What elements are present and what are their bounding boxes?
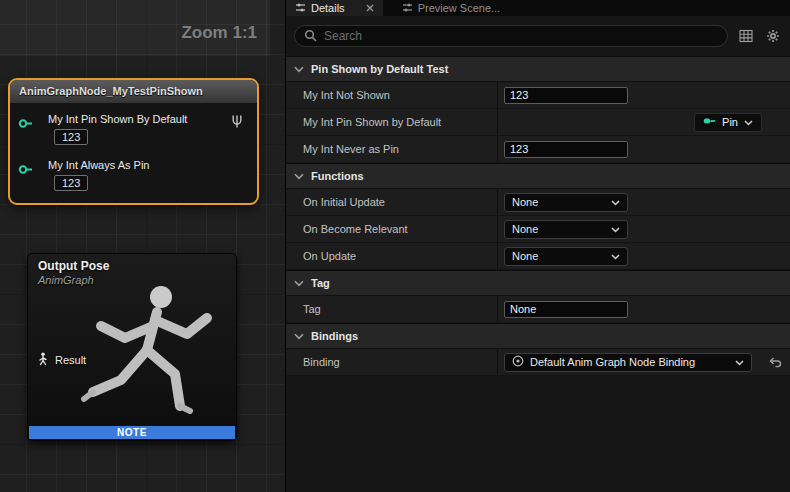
view-options-icon[interactable] [737, 27, 755, 45]
property-row: Binding Default Anim Graph Node Binding [286, 349, 790, 376]
tab-well: Details Preview Scene... [286, 0, 790, 16]
dropdown-value: None [512, 250, 606, 262]
property-row: On Initial Update None [286, 189, 790, 216]
result-pin[interactable]: Result [37, 352, 86, 368]
property-row: My Int Never as Pin [286, 136, 790, 163]
int-input[interactable] [504, 141, 628, 158]
property-row: Tag [286, 296, 790, 323]
section-title: Functions [311, 170, 364, 182]
function-dropdown[interactable]: None [504, 220, 628, 239]
property-label: Tag [286, 296, 498, 322]
property-label: My Int Not Shown [286, 82, 498, 108]
function-dropdown[interactable]: None [504, 193, 628, 212]
section-title: Bindings [311, 330, 358, 342]
chevron-down-icon [294, 277, 304, 289]
node-subtitle: AnimGraph [38, 274, 94, 286]
result-pin-label: Result [55, 354, 86, 366]
property-label: On Update [286, 243, 498, 269]
chevron-down-icon [611, 196, 620, 208]
chevron-down-icon [294, 170, 304, 182]
settings-gear-icon[interactable] [764, 27, 782, 45]
dropdown-value: None [512, 223, 606, 235]
section-bindings[interactable]: Bindings [286, 323, 790, 349]
pin-row[interactable]: My Int Always As Pin 123 [18, 159, 249, 191]
pin-value-input[interactable]: 123 [54, 175, 88, 191]
section-pin-shown-by-default-test[interactable]: Pin Shown by Default Test [286, 56, 790, 82]
person-pin-icon [37, 352, 49, 368]
search-icon [304, 29, 317, 44]
chevron-down-icon [294, 63, 304, 75]
int-pin-icon[interactable] [18, 115, 33, 133]
revert-arrow-icon[interactable] [769, 357, 782, 368]
int-pin-icon[interactable] [18, 161, 33, 179]
pushpin-icon[interactable] [231, 114, 243, 132]
property-row: My Int Not Shown [286, 82, 790, 109]
property-label: On Become Relevant [286, 216, 498, 242]
int-input[interactable] [504, 87, 628, 104]
property-label: On Initial Update [286, 189, 498, 215]
tab-preview-scene[interactable]: Preview Scene... [393, 0, 510, 16]
chevron-down-icon [294, 330, 304, 342]
pin-label: My Int Always As Pin [48, 159, 249, 171]
binding-dropdown[interactable]: Default Anim Graph Node Binding [504, 353, 752, 372]
dropdown-value: Pin [722, 116, 738, 128]
details-panel: Details Preview Scene... [285, 0, 790, 492]
details-tab-icon [295, 2, 306, 15]
chevron-down-icon [744, 116, 753, 128]
close-icon[interactable] [366, 4, 374, 12]
section-functions[interactable]: Functions [286, 163, 790, 189]
tab-label: Preview Scene... [418, 2, 501, 14]
function-dropdown[interactable]: None [504, 247, 628, 266]
search-input[interactable] [324, 29, 718, 43]
unreal-editor-window: Zoom 1:1 AnimGraphNode_MyTestPinShown My… [0, 0, 790, 492]
chevron-down-icon [735, 356, 744, 368]
property-label: Binding [286, 349, 498, 375]
section-title: Pin Shown by Default Test [311, 63, 448, 75]
animgraph-canvas[interactable]: Zoom 1:1 AnimGraphNode_MyTestPinShown My… [0, 0, 285, 492]
tab-label: Details [311, 2, 345, 14]
note-bar[interactable]: NOTE [29, 426, 235, 439]
property-row: On Become Relevant None [286, 216, 790, 243]
preview-scene-tab-icon [402, 2, 413, 15]
dropdown-value: None [512, 196, 606, 208]
node-title: Output Pose [38, 259, 109, 273]
chevron-down-icon [611, 223, 620, 235]
zoom-level-label: Zoom 1:1 [181, 23, 257, 43]
section-title: Tag [311, 277, 330, 289]
section-tag[interactable]: Tag [286, 270, 790, 296]
dropdown-value: Default Anim Graph Node Binding [530, 356, 729, 368]
property-label: My Int Pin Shown by Default [286, 109, 498, 135]
property-row: On Update None [286, 243, 790, 270]
binding-icon [512, 355, 524, 369]
pin-label: My Int Pin Shown By Default [48, 113, 249, 125]
property-label: My Int Never as Pin [286, 136, 498, 162]
pin-value-input[interactable]: 123 [54, 129, 88, 145]
tab-details[interactable]: Details [286, 0, 383, 16]
property-row: My Int Pin Shown by Default Pin [286, 109, 790, 136]
tag-input[interactable] [504, 301, 628, 318]
pin-row[interactable]: My Int Pin Shown By Default 123 [18, 113, 249, 145]
details-toolbar [286, 16, 790, 56]
pin-visibility-dropdown[interactable]: Pin [694, 113, 762, 132]
node-body: My Int Pin Shown By Default 123 My Int A… [10, 103, 257, 203]
search-box[interactable] [294, 25, 728, 47]
pin-icon [703, 116, 716, 128]
chevron-down-icon [611, 250, 620, 262]
output-pose-node[interactable]: Output Pose AnimGraph [27, 253, 237, 441]
node-title[interactable]: AnimGraphNode_MyTestPinShown [10, 80, 257, 103]
anim-graph-node-selected[interactable]: AnimGraphNode_MyTestPinShown My Int Pin … [8, 78, 259, 205]
